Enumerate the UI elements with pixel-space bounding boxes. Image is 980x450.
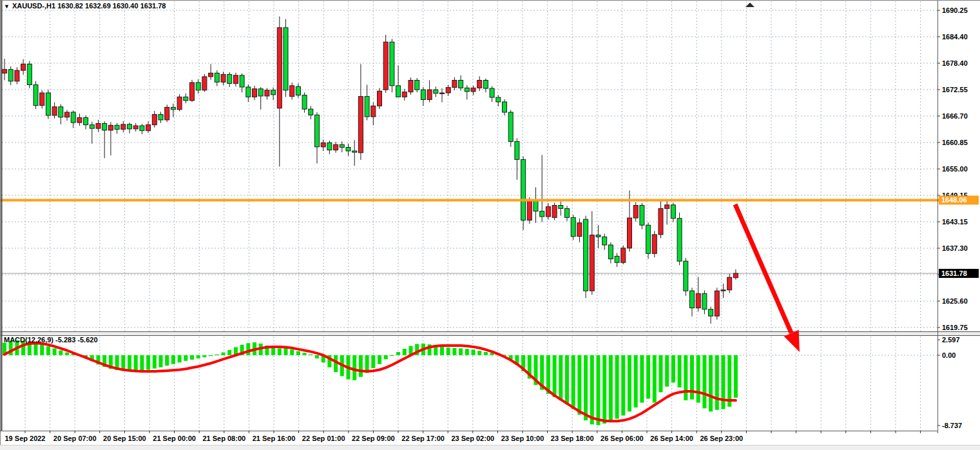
svg-text:26 Sep 23:00: 26 Sep 23:00 <box>700 435 743 442</box>
svg-text:1666.70: 1666.70 <box>942 112 968 120</box>
svg-text:1690.25: 1690.25 <box>942 6 968 14</box>
svg-text:0.00: 0.00 <box>942 351 956 359</box>
svg-text:22 Sep 17:00: 22 Sep 17:00 <box>401 435 445 442</box>
svg-text:1619.75: 1619.75 <box>942 324 968 331</box>
svg-text:1655.00: 1655.00 <box>942 165 968 173</box>
chart-background <box>0 0 980 450</box>
svg-text:2.597: 2.597 <box>942 336 960 344</box>
svg-text:21 Sep 00:00: 21 Sep 00:00 <box>153 435 196 442</box>
svg-text:20 Sep 15:00: 20 Sep 15:00 <box>103 435 146 442</box>
svg-text:23 Sep 02:00: 23 Sep 02:00 <box>451 435 494 442</box>
svg-text:23 Sep 10:00: 23 Sep 10:00 <box>501 435 544 442</box>
svg-text:1625.60: 1625.60 <box>942 297 968 305</box>
svg-text:26 Sep 14:00: 26 Sep 14:00 <box>650 435 693 442</box>
symbol-title-bar: ▼XAUUSD-,H1 1630.82 1632.69 1630.40 1631… <box>4 2 166 10</box>
svg-text:1678.40: 1678.40 <box>942 59 968 67</box>
svg-text:-8.737: -8.737 <box>942 422 962 429</box>
svg-text:22 Sep 01:00: 22 Sep 01:00 <box>302 435 345 442</box>
symbol-title: XAUUSD-,H1 1630.82 1632.69 1630.40 1631.… <box>12 2 166 10</box>
svg-text:1660.85: 1660.85 <box>942 139 968 146</box>
current-price-tag: 1631.78 <box>939 269 979 278</box>
svg-text:21 Sep 16:00: 21 Sep 16:00 <box>253 435 296 442</box>
chart-canvas[interactable]: 1690.251684.401678.401672.551666.701660.… <box>0 0 980 450</box>
svg-text:1684.40: 1684.40 <box>942 33 968 41</box>
svg-text:1648.06: 1648.06 <box>941 196 967 204</box>
symbol-dropdown-icon[interactable]: ▼ <box>4 3 10 10</box>
svg-text:20 Sep 07:00: 20 Sep 07:00 <box>53 435 97 442</box>
svg-text:19 Sep 2022: 19 Sep 2022 <box>5 435 46 442</box>
svg-text:1631.78: 1631.78 <box>941 269 967 277</box>
svg-text:21 Sep 08:00: 21 Sep 08:00 <box>202 435 245 442</box>
svg-text:1672.55: 1672.55 <box>942 86 968 93</box>
svg-text:23 Sep 18:00: 23 Sep 18:00 <box>551 435 594 442</box>
hline-price-tag: 1648.06 <box>939 195 979 204</box>
svg-text:1643.15: 1643.15 <box>942 218 968 226</box>
chart-window: 1690.251684.401678.401672.551666.701660.… <box>0 0 980 450</box>
svg-text:1637.30: 1637.30 <box>942 244 968 252</box>
indicator-label: MACD(12,26,9) -5.283 -5.620 <box>4 336 98 344</box>
svg-text:22 Sep 09:00: 22 Sep 09:00 <box>352 435 395 442</box>
svg-text:26 Sep 06:00: 26 Sep 06:00 <box>600 435 644 442</box>
